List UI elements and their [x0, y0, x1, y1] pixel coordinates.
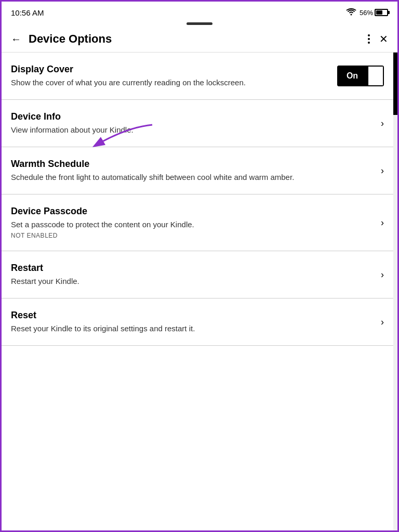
restart-chevron: ›: [381, 269, 384, 280]
handle-bar: [187, 22, 212, 25]
more-options-button[interactable]: [368, 34, 370, 44]
device-info-left: Device Info View information about your …: [11, 111, 375, 135]
warmth-schedule-left: Warmth Schedule Schedule the front light…: [11, 159, 375, 183]
display-cover-toggle[interactable]: On: [337, 66, 384, 86]
top-handle: [2, 22, 397, 27]
display-cover-item[interactable]: Display Cover Show the cover of what you…: [2, 53, 393, 100]
battery-percentage: 56%: [360, 9, 373, 17]
content-wrapper: Display Cover Show the cover of what you…: [2, 53, 397, 532]
display-cover-title: Display Cover: [11, 64, 337, 75]
restart-left: Restart Restart your Kindle.: [11, 263, 375, 287]
device-passcode-item[interactable]: Device Passcode Set a passcode to protec…: [2, 194, 393, 251]
restart-desc: Restart your Kindle.: [11, 276, 375, 287]
device-info-desc: View information about your Kindle.: [11, 124, 375, 135]
nav-bar: ← Device Options ✕: [2, 27, 397, 53]
page-title: Device Options: [29, 32, 112, 46]
device-info-chevron: ›: [381, 118, 384, 129]
svg-point-0: [350, 14, 352, 15]
reset-chevron: ›: [381, 317, 384, 328]
display-cover-left: Display Cover Show the cover of what you…: [11, 64, 337, 88]
device-passcode-title: Device Passcode: [11, 206, 375, 217]
device-passcode-sub: NOT ENABLED: [11, 232, 375, 239]
device-passcode-desc: Set a passcode to protect the content on…: [11, 219, 375, 230]
display-cover-desc: Show the cover of what you are currently…: [11, 77, 337, 88]
scrollbar-thumb[interactable]: [393, 53, 397, 115]
nav-left: ← Device Options: [11, 32, 112, 46]
main-content: Display Cover Show the cover of what you…: [2, 53, 397, 532]
reset-item[interactable]: Reset Reset your Kindle to its original …: [2, 299, 393, 346]
scrollbar-track[interactable]: [393, 53, 397, 532]
status-bar: 10:56 AM 56%: [2, 2, 397, 22]
status-icons: 56%: [346, 8, 388, 18]
warmth-schedule-desc: Schedule the front light to automaticall…: [11, 172, 375, 183]
warmth-schedule-chevron: ›: [381, 165, 384, 176]
toggle-off-area: [367, 66, 384, 86]
wifi-icon: [346, 8, 356, 18]
restart-title: Restart: [11, 263, 375, 274]
device-info-item[interactable]: Device Info View information about your …: [2, 100, 393, 147]
reset-left: Reset Reset your Kindle to its original …: [11, 310, 375, 334]
battery-indicator: 56%: [360, 9, 388, 17]
close-button[interactable]: ✕: [379, 33, 388, 45]
warmth-schedule-title: Warmth Schedule: [11, 159, 375, 170]
status-time: 10:56 AM: [11, 8, 44, 17]
device-info-title: Device Info: [11, 111, 375, 122]
reset-desc: Reset your Kindle to its original settin…: [11, 323, 375, 334]
back-button[interactable]: ←: [11, 33, 21, 45]
battery-icon: [375, 9, 388, 16]
reset-title: Reset: [11, 310, 375, 321]
nav-right: ✕: [368, 33, 388, 45]
restart-item[interactable]: Restart Restart your Kindle. ›: [2, 251, 393, 299]
warmth-schedule-item[interactable]: Warmth Schedule Schedule the front light…: [2, 147, 393, 194]
device-passcode-left: Device Passcode Set a passcode to protec…: [11, 206, 375, 239]
toggle-on-label: On: [337, 66, 367, 86]
device-passcode-chevron: ›: [381, 217, 384, 228]
